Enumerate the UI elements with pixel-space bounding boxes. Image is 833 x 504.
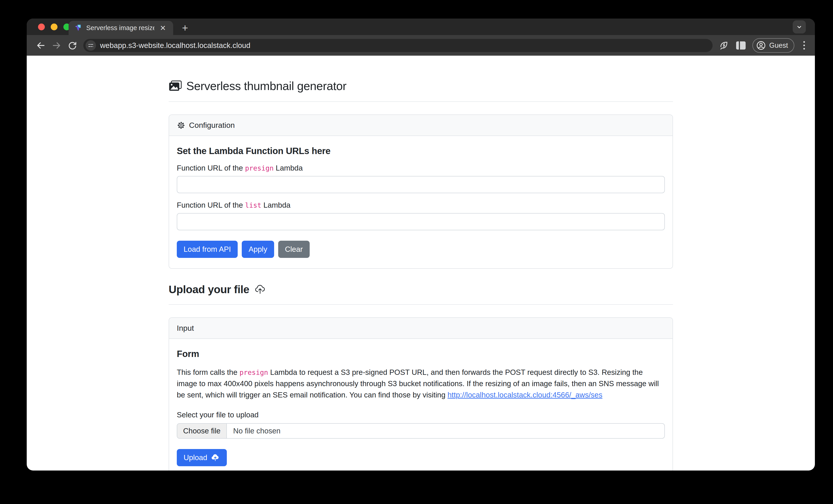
page-title: Serverless thumbnail generator	[169, 79, 673, 93]
forward-button[interactable]	[50, 39, 63, 52]
side-panel-button[interactable]	[736, 42, 746, 50]
load-from-api-button[interactable]: Load from API	[177, 241, 238, 258]
presign-code: presign	[239, 369, 268, 376]
file-status-text: No file chosen	[227, 424, 287, 438]
tab-strip: Serverless image resizer ✕ +	[27, 19, 815, 35]
browser-tab[interactable]: Serverless image resizer ✕	[69, 21, 173, 35]
browser-window: Serverless image resizer ✕ +	[27, 19, 815, 471]
favicon	[74, 24, 82, 32]
browser-toolbar: webapp.s3-website.localhost.localstack.c…	[27, 35, 815, 56]
tab-close-icon[interactable]: ✕	[159, 24, 167, 32]
back-arrow-icon	[36, 41, 46, 50]
configuration-card-header: Configuration	[169, 115, 672, 136]
screen: Serverless image resizer ✕ +	[0, 0, 833, 504]
energy-saver-leaf-icon	[719, 40, 729, 51]
input-card-title: Input	[177, 324, 194, 332]
file-input[interactable]: Choose file No file chosen	[177, 423, 665, 438]
new-tab-button[interactable]: +	[180, 22, 190, 34]
presign-url-input[interactable]	[177, 176, 665, 193]
chevron-down-icon	[796, 23, 803, 30]
upload-button[interactable]: Upload	[177, 449, 227, 466]
presign-code: presign	[245, 164, 273, 172]
input-card-header: Input	[169, 318, 672, 339]
close-window-button[interactable]	[38, 24, 45, 30]
browser-menu-button[interactable]	[801, 41, 807, 50]
forward-arrow-icon	[52, 41, 62, 50]
tune-icon	[88, 42, 94, 49]
url-text: webapp.s3-website.localhost.localstack.c…	[100, 41, 251, 50]
person-icon	[756, 41, 766, 50]
choose-file-button[interactable]: Choose file	[177, 424, 227, 438]
tab-title: Serverless image resizer	[86, 24, 154, 32]
reload-button[interactable]	[66, 39, 79, 52]
address-bar[interactable]: webapp.s3-website.localhost.localstack.c…	[83, 39, 713, 52]
input-card: Input Form This form calls the presign L…	[169, 318, 673, 471]
configuration-card: Configuration Set the Lambda Function UR…	[169, 115, 673, 269]
gear-icon	[177, 121, 185, 130]
list-code: list	[245, 201, 261, 209]
apply-button[interactable]: Apply	[242, 241, 274, 258]
window-controls	[38, 24, 70, 30]
cloud-upload-icon	[254, 284, 266, 295]
site-settings-button[interactable]	[86, 40, 96, 51]
divider	[169, 101, 673, 102]
side-panel-icon	[736, 42, 739, 50]
clear-button[interactable]: Clear	[278, 241, 310, 258]
upload-section-heading: Upload your file	[169, 283, 673, 296]
tab-search-button[interactable]	[793, 20, 806, 33]
divider	[169, 304, 673, 305]
cloud-upload-fill-icon	[211, 453, 220, 462]
images-icon	[169, 80, 182, 92]
web-page: Serverless thumbnail generator Configura…	[27, 56, 815, 471]
back-button[interactable]	[34, 39, 47, 52]
list-url-input[interactable]	[177, 213, 665, 230]
ses-link[interactable]: http://localhost.localstack.cloud:4566/_…	[448, 391, 602, 399]
file-upload-label: Select your file to upload	[177, 410, 665, 419]
profile-label: Guest	[769, 42, 788, 50]
form-description: This form calls the presign Lambda to re…	[177, 367, 665, 401]
form-heading: Form	[177, 349, 665, 359]
list-url-label: Function URL of the list Lambda	[177, 201, 665, 209]
performance-button[interactable]	[719, 40, 729, 51]
configuration-card-title: Configuration	[189, 121, 235, 130]
presign-url-label: Function URL of the presign Lambda	[177, 164, 665, 172]
minimize-window-button[interactable]	[51, 24, 57, 30]
profile-button[interactable]: Guest	[753, 38, 794, 53]
config-heading: Set the Lambda Function URLs here	[177, 146, 665, 156]
reload-icon	[68, 41, 77, 50]
